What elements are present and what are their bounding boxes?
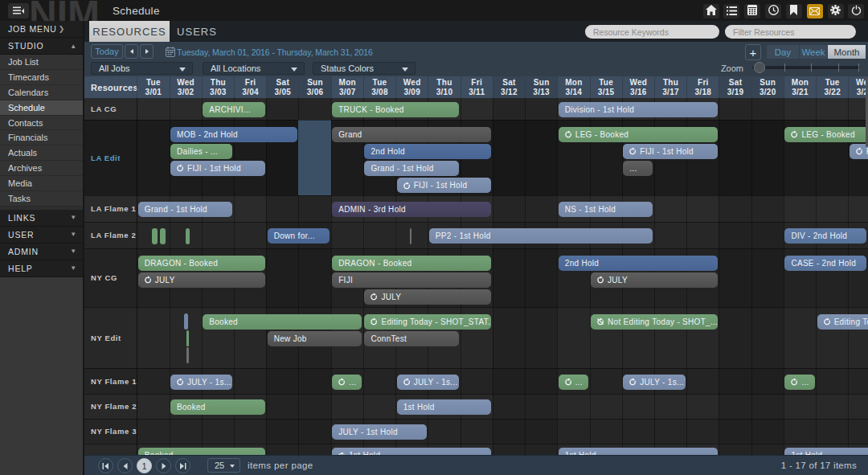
- event-sliver[interactable]: [410, 228, 411, 244]
- event-bar[interactable]: FIJI - 1st Hold: [170, 161, 265, 176]
- event-bar[interactable]: ADMIN - 3rd Hold: [332, 202, 491, 217]
- bookmark-button[interactable]: [786, 4, 802, 18]
- event-bar[interactable]: Division - 1st Hold: [559, 102, 718, 117]
- event-bar[interactable]: New Job: [268, 331, 362, 346]
- resource-label[interactable]: LA CG: [84, 98, 137, 120]
- selected-day-cell[interactable]: [298, 120, 330, 195]
- event-bar[interactable]: Grand - 1st Hold: [138, 202, 233, 217]
- today-button[interactable]: Today: [91, 44, 123, 59]
- page-size-select[interactable]: 25: [207, 458, 240, 473]
- sidebar-item-actuals[interactable]: Actuals: [0, 145, 83, 161]
- event-bar[interactable]: Dailies - ...: [170, 144, 232, 159]
- first-page-button[interactable]: [98, 458, 113, 473]
- calendar-button[interactable]: [744, 4, 760, 18]
- resource-label[interactable]: NY Flame 3: [84, 419, 137, 444]
- event-bar[interactable]: Grand - 1st Hold: [364, 161, 459, 176]
- event-bar[interactable]: JULY - 1s...: [397, 375, 459, 390]
- event-bar[interactable]: 2nd Hold: [559, 256, 718, 271]
- sidebar-section-user[interactable]: USER▼: [0, 227, 83, 244]
- event-bar[interactable]: Booked: [203, 314, 362, 330]
- resource-keywords-input[interactable]: [585, 25, 719, 39]
- zoom-slider[interactable]: [752, 66, 860, 69]
- add-event-button[interactable]: +: [745, 44, 761, 60]
- next-page-button[interactable]: [156, 458, 171, 473]
- resource-label[interactable]: NY CG: [84, 248, 137, 307]
- last-page-button[interactable]: [175, 458, 190, 473]
- event-bar[interactable]: ...: [559, 375, 588, 390]
- event-bar[interactable]: FIJI: [332, 272, 491, 288]
- event-bar[interactable]: JULY: [591, 272, 718, 288]
- event-bar[interactable]: ...: [784, 375, 814, 390]
- event-sliver[interactable]: [186, 347, 189, 363]
- event-sliver[interactable]: [152, 228, 158, 244]
- filter-resources-input[interactable]: [725, 25, 856, 39]
- event-bar[interactable]: DRAGON - Booked: [332, 256, 491, 271]
- sidebar-item-job-list[interactable]: Job List: [0, 55, 83, 70]
- event-bar[interactable]: JULY - 1s...: [170, 375, 232, 390]
- event-sliver[interactable]: [186, 228, 190, 244]
- event-bar[interactable]: LEG - Booked: [784, 127, 868, 142]
- status-colors-select[interactable]: Status Colors: [313, 62, 416, 75]
- event-sliver[interactable]: [184, 313, 188, 330]
- event-bar[interactable]: JULY: [364, 289, 491, 305]
- sidebar-collapse-button[interactable]: [8, 3, 29, 18]
- resource-label[interactable]: LA Flame 2: [84, 222, 137, 248]
- resource-label[interactable]: NY Flame 2: [84, 394, 137, 419]
- prev-page-button[interactable]: [117, 458, 133, 473]
- event-bar[interactable]: LEG - Booked: [559, 127, 718, 142]
- event-bar[interactable]: ConnTest: [364, 331, 459, 346]
- sidebar-item-calendars[interactable]: Calendars: [0, 85, 83, 100]
- event-bar[interactable]: ...: [623, 161, 653, 176]
- sidebar-item-financials[interactable]: Financials: [0, 130, 83, 145]
- tab-users[interactable]: USERS: [170, 21, 224, 42]
- home-button[interactable]: [703, 4, 719, 18]
- sidebar-section-links[interactable]: LINKS▼: [0, 210, 83, 227]
- resource-label[interactable]: LA Flame 1: [84, 195, 137, 222]
- sidebar-section-job-menu[interactable]: JOB MENU❯: [0, 21, 83, 38]
- resource-label[interactable]: NY Flame 1: [84, 368, 137, 394]
- event-bar[interactable]: Booked: [170, 399, 265, 415]
- gear-button[interactable]: [828, 4, 844, 18]
- next-button[interactable]: [140, 44, 154, 59]
- tab-resources[interactable]: RESOURCES: [89, 21, 170, 42]
- sidebar-section-studio[interactable]: STUDIO▲: [0, 38, 83, 55]
- jobs-filter-select[interactable]: All Jobs: [91, 62, 193, 75]
- event-bar[interactable]: PP2 - 1st Hold: [429, 228, 653, 244]
- event-sliver[interactable]: [186, 330, 189, 346]
- current-page-button[interactable]: 1: [137, 458, 152, 473]
- event-bar[interactable]: ARCHIVI...: [203, 102, 264, 117]
- event-bar[interactable]: Not Editing Today - SHOT_...: [591, 314, 718, 330]
- event-bar[interactable]: NS - 1st Hold: [559, 202, 653, 217]
- event-bar[interactable]: Editing Today - SHOT_STAT...: [364, 314, 491, 330]
- power-button[interactable]: [848, 4, 864, 18]
- view-week-button[interactable]: Week: [800, 45, 827, 59]
- event-bar[interactable]: ...: [332, 375, 362, 390]
- mail-button[interactable]: [807, 4, 823, 18]
- event-bar[interactable]: Down for...: [268, 228, 330, 244]
- event-bar[interactable]: MOB - 2nd Hold: [170, 127, 297, 142]
- sidebar-section-help[interactable]: HELP▼: [0, 260, 83, 277]
- event-sliver[interactable]: [160, 228, 166, 244]
- view-month-button[interactable]: Month: [828, 45, 866, 59]
- event-bar[interactable]: JULY: [138, 272, 265, 288]
- resource-label[interactable]: LA Edit: [84, 120, 137, 195]
- list-button[interactable]: [723, 4, 739, 18]
- zoom-slider-thumb[interactable]: [754, 62, 765, 73]
- event-bar[interactable]: CASE - 2nd Hold: [784, 256, 866, 271]
- event-bar[interactable]: FIJI - 1st Hold: [623, 144, 718, 159]
- resource-label[interactable]: NY Edit: [84, 307, 137, 368]
- sidebar-item-schedule[interactable]: Schedule: [0, 100, 83, 116]
- clock-button[interactable]: [765, 4, 781, 18]
- event-bar[interactable]: Grand: [332, 127, 491, 142]
- sidebar-item-contacts[interactable]: Contacts: [0, 116, 83, 131]
- sidebar-section-admin[interactable]: ADMIN▼: [0, 244, 83, 260]
- prev-button[interactable]: [125, 44, 138, 59]
- event-bar[interactable]: FIJI - 1st Hold: [397, 178, 492, 193]
- event-bar[interactable]: DRAGON - Booked: [138, 256, 265, 271]
- sidebar-item-tasks[interactable]: Tasks: [0, 191, 83, 207]
- event-bar[interactable]: JULY - 1st Hold: [332, 424, 427, 440]
- event-bar[interactable]: TRUCK - Booked: [332, 102, 459, 117]
- event-bar[interactable]: JULY - 1s...: [623, 375, 685, 390]
- event-bar[interactable]: 2nd Hold: [364, 144, 491, 159]
- sidebar-item-timecards[interactable]: Timecards: [0, 70, 83, 85]
